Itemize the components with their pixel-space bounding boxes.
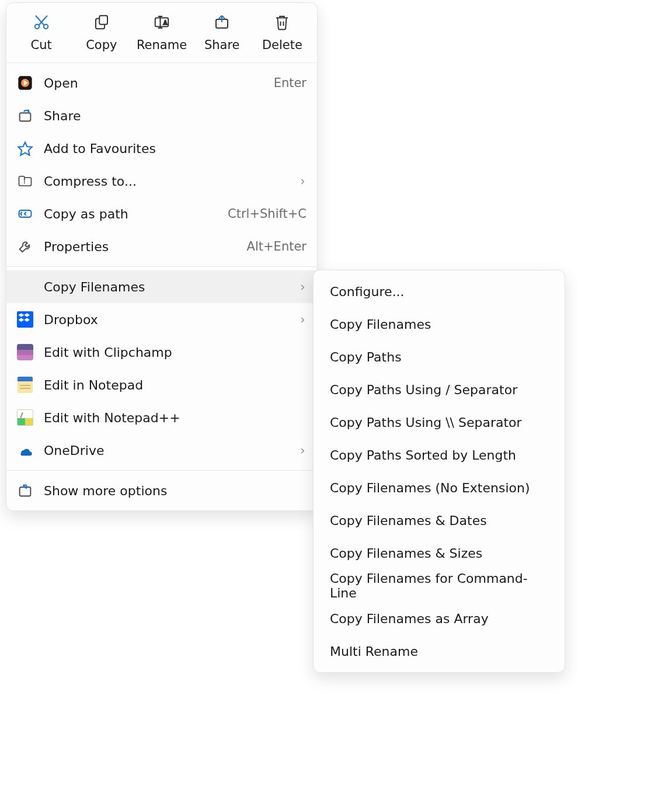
- svg-text:A: A: [163, 19, 168, 26]
- sub-label: Copy Filenames (No Extension): [330, 481, 530, 495]
- chevron-right-icon: [298, 280, 307, 294]
- sub-label: Copy Paths Using \\ Separator: [330, 415, 522, 430]
- sub-copy-paths[interactable]: Copy Paths: [314, 340, 565, 373]
- sub-label: Copy Paths Using / Separator: [330, 383, 517, 397]
- notepadpp-label: Edit with Notepad++: [44, 411, 307, 425]
- onedrive-label: OneDrive: [44, 443, 288, 458]
- copy-as-path-shortcut: Ctrl+Shift+C: [228, 207, 307, 221]
- svg-point-0: [34, 25, 39, 29]
- sub-label: Copy Filenames & Dates: [330, 513, 487, 528]
- section-system: Open Enter Share Add to Favourites Compr…: [6, 63, 317, 266]
- open-shortcut: Enter: [274, 76, 307, 90]
- delete-button[interactable]: Delete: [252, 9, 312, 58]
- sub-multi-rename[interactable]: Multi Rename: [314, 635, 565, 668]
- rename-button[interactable]: A Rename: [131, 9, 191, 58]
- copy-as-path-menuitem[interactable]: Copy as path Ctrl+Shift+C: [6, 197, 317, 230]
- share-icon: [213, 13, 231, 31]
- onedrive-icon: [17, 442, 33, 458]
- svg-rect-10: [20, 113, 31, 121]
- share-label-2: Share: [44, 109, 307, 123]
- sub-copy-array[interactable]: Copy Filenames as Array: [314, 602, 565, 635]
- sub-copy-paths-slash[interactable]: Copy Paths Using / Separator: [314, 373, 565, 406]
- context-menu: Cut Copy A Rename Share Delete: [6, 2, 318, 511]
- notepad-label: Edit in Notepad: [44, 378, 307, 392]
- svg-rect-13: [20, 487, 31, 496]
- clipchamp-label: Edit with Clipchamp: [44, 345, 307, 360]
- trash-icon: [273, 13, 291, 31]
- properties-menuitem[interactable]: Properties Alt+Enter: [6, 230, 317, 263]
- rename-label: Rename: [137, 38, 187, 52]
- svg-point-1: [43, 25, 48, 29]
- blank-icon: [17, 279, 33, 295]
- sub-configure[interactable]: Configure...: [314, 275, 565, 308]
- sub-copy-filenames[interactable]: Copy Filenames: [314, 308, 565, 340]
- share-out-icon: [17, 107, 33, 124]
- sub-copy-paths-sorted[interactable]: Copy Paths Sorted by Length: [314, 439, 565, 471]
- sub-copy-paths-backslash[interactable]: Copy Paths Using \\ Separator: [314, 406, 565, 439]
- copy-filenames-menuitem[interactable]: Copy Filenames: [6, 270, 317, 303]
- sub-copy-dates[interactable]: Copy Filenames & Dates: [314, 504, 565, 537]
- toolbar: Cut Copy A Rename Share Delete: [6, 3, 317, 63]
- star-icon: [17, 140, 33, 157]
- show-more-icon: [17, 482, 33, 499]
- copy-icon: [93, 13, 110, 31]
- wrench-icon: [17, 238, 33, 255]
- favourites-label: Add to Favourites: [44, 141, 307, 156]
- sub-copy-sizes[interactable]: Copy Filenames & Sizes: [314, 537, 565, 569]
- properties-label: Properties: [44, 239, 236, 254]
- add-favourites-menuitem[interactable]: Add to Favourites: [6, 132, 317, 165]
- zip-icon: [17, 173, 33, 189]
- chevron-right-icon: [298, 312, 307, 327]
- clipchamp-icon: [17, 344, 33, 360]
- scissors-icon: [33, 13, 50, 31]
- sub-label: Copy Paths: [330, 350, 402, 364]
- show-more-menuitem[interactable]: Show more options: [6, 474, 317, 507]
- cut-label: Cut: [30, 38, 51, 52]
- copy-filenames-label: Copy Filenames: [44, 280, 288, 294]
- open-app-icon: [17, 75, 33, 91]
- chevron-right-icon: [298, 174, 307, 189]
- section-apps: Copy Filenames Dropbox Edit with Clipcha…: [6, 266, 317, 470]
- sub-label: Copy Paths Sorted by Length: [330, 448, 516, 463]
- sub-label: Copy Filenames & Sizes: [330, 546, 482, 561]
- open-label: Open: [44, 76, 263, 91]
- sub-copy-noext[interactable]: Copy Filenames (No Extension): [314, 471, 565, 504]
- sub-label: Copy Filenames for Command-Line: [330, 571, 548, 600]
- notepad-icon: [17, 377, 33, 393]
- path-icon: [17, 206, 33, 222]
- chevron-right-icon: [298, 443, 307, 458]
- svg-marker-11: [18, 142, 32, 155]
- sub-label: Copy Filenames: [330, 317, 431, 332]
- onedrive-menuitem[interactable]: OneDrive: [6, 434, 317, 467]
- notepadpp-icon: [17, 409, 33, 426]
- cut-button[interactable]: Cut: [11, 9, 71, 58]
- open-menuitem[interactable]: Open Enter: [6, 67, 317, 99]
- section-more: Show more options: [6, 470, 317, 510]
- share-button-toolbar[interactable]: Share: [192, 9, 252, 58]
- notepad-menuitem[interactable]: Edit in Notepad: [6, 369, 317, 401]
- copy-filenames-submenu: Configure... Copy Filenames Copy Paths C…: [313, 270, 565, 673]
- show-more-label: Show more options: [44, 484, 307, 498]
- svg-rect-3: [99, 16, 107, 25]
- copy-label: Copy: [86, 38, 117, 52]
- notepadpp-menuitem[interactable]: Edit with Notepad++: [6, 401, 317, 434]
- sub-label: Configure...: [330, 284, 405, 299]
- clipchamp-menuitem[interactable]: Edit with Clipchamp: [6, 336, 317, 369]
- properties-shortcut: Alt+Enter: [247, 239, 307, 253]
- share-label: Share: [204, 38, 240, 52]
- copy-button[interactable]: Copy: [71, 9, 131, 58]
- share-menuitem[interactable]: Share: [6, 99, 317, 132]
- sub-copy-cmdline[interactable]: Copy Filenames for Command-Line: [314, 569, 565, 602]
- rename-icon: A: [153, 13, 170, 31]
- delete-label: Delete: [262, 38, 302, 52]
- compress-menuitem[interactable]: Compress to...: [6, 165, 317, 197]
- dropbox-menuitem[interactable]: Dropbox: [6, 303, 317, 336]
- copy-as-path-label: Copy as path: [44, 207, 217, 221]
- dropbox-icon: [17, 311, 33, 328]
- compress-label: Compress to...: [44, 174, 288, 189]
- dropbox-label: Dropbox: [44, 312, 288, 327]
- sub-label: Copy Filenames as Array: [330, 611, 489, 626]
- sub-label: Multi Rename: [330, 644, 418, 659]
